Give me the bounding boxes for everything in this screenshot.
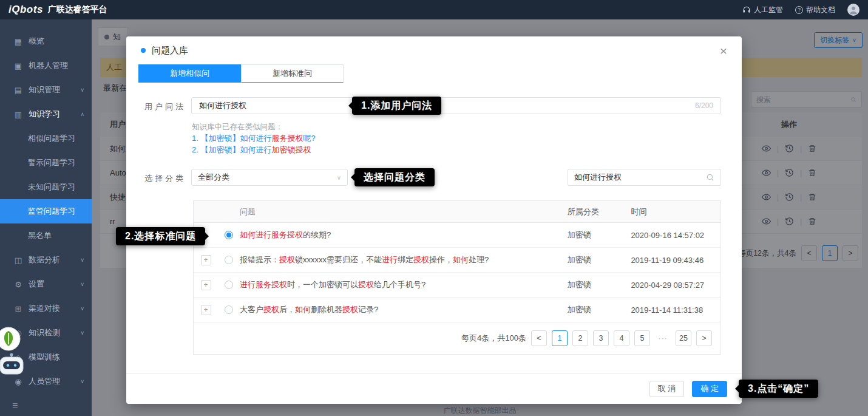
standard-question-row[interactable]: +进行服务授权时，一个加密锁可以授权给几个手机号?加密锁2020-04-29 0… bbox=[194, 273, 721, 298]
dialog-title: 问题入库 bbox=[152, 45, 188, 56]
row-radio[interactable] bbox=[225, 256, 233, 264]
time-cell: 2019-11-14 11:31:38 bbox=[631, 305, 721, 315]
radio-cell bbox=[218, 231, 240, 239]
collapse-menu-icon[interactable]: ≡ bbox=[12, 400, 18, 411]
expand-row-button[interactable]: + bbox=[201, 305, 211, 315]
text-segment: 2. 【加密锁】如何进行 bbox=[192, 145, 271, 154]
tab-add-similar-question[interactable]: 新增相似问 bbox=[138, 64, 241, 83]
category-cell: 加密锁 bbox=[568, 254, 631, 265]
col-question: 问题 bbox=[240, 206, 568, 217]
text-segment: 进行服务授权 bbox=[240, 280, 287, 289]
text-segment: 服务授权 bbox=[271, 134, 303, 143]
table-header-row: 问题 所属分类 时间 bbox=[194, 201, 721, 223]
row-radio[interactable] bbox=[225, 231, 233, 239]
text-segment: 授权 bbox=[279, 255, 295, 264]
sidebar-item-robot-management[interactable]: ▣机器人管理 bbox=[0, 53, 92, 78]
standard-question-row[interactable]: +大客户授权后，如何删除机器授权记录?加密锁2019-11-14 11:31:3… bbox=[194, 298, 721, 322]
sidebar-item-data-analysis[interactable]: ◫数据分析∨ bbox=[0, 248, 92, 272]
text-segment: 授权 bbox=[413, 255, 429, 264]
help-icon: ? bbox=[795, 6, 803, 14]
dialog-search-input[interactable]: 如何进行授权 bbox=[568, 169, 721, 186]
sidebar-item-knowledge-learning[interactable]: ▥知识学习∧ bbox=[0, 102, 92, 126]
sidebar-item-label: 渠道对接 bbox=[29, 303, 60, 314]
tab-add-standard-question[interactable]: 新增标准问 bbox=[241, 64, 344, 83]
expand-cell: + bbox=[194, 255, 218, 265]
standard-question-row[interactable]: +报错提示：授权锁xxxxxx需要归还，不能进行绑定授权操作，如何处理?加密锁2… bbox=[194, 248, 721, 273]
dialog-tabs: 新增相似问新增标准问 bbox=[138, 64, 344, 83]
chevron-down-icon: ∨ bbox=[80, 378, 84, 384]
time-cell: 2020-09-16 14:57:02 bbox=[631, 231, 721, 240]
sidebar-item-label: 知识检测 bbox=[29, 327, 60, 338]
user-question-input[interactable]: 如何进行授权 6/200 bbox=[191, 97, 721, 114]
similar-question-link-1[interactable]: 1. 【加密锁】如何进行服务授权呢? bbox=[192, 133, 316, 144]
sidebar-subitem-blacklist[interactable]: 黑名单 bbox=[0, 223, 92, 248]
category-cell: 加密锁 bbox=[568, 279, 631, 290]
category-select[interactable]: 全部分类 ∨ bbox=[191, 169, 348, 186]
pagination-summary: 每页4条，共100条 bbox=[461, 333, 526, 344]
text-segment: 加密锁授权 bbox=[271, 145, 311, 154]
prev-page-button[interactable]: < bbox=[531, 330, 547, 346]
app-logo: iQbots bbox=[8, 4, 43, 16]
learning-book-icon: ▥ bbox=[13, 110, 23, 119]
ellipsis-pages: ··· bbox=[655, 330, 671, 346]
next-page-button[interactable]: > bbox=[696, 330, 712, 346]
gear-icon: ⚙ bbox=[13, 280, 23, 289]
text-segment: 绑定 bbox=[398, 255, 413, 264]
page-1-button[interactable]: 1 bbox=[552, 330, 568, 346]
sidebar-item-knowledge-management[interactable]: ▤知识管理∨ bbox=[0, 78, 92, 102]
text-segment: 1. 【加密锁】如何进行 bbox=[192, 134, 271, 143]
expand-row-button[interactable]: + bbox=[201, 255, 211, 265]
question-store-dialog: 问题入库 × 新增相似问新增标准问 用户问法 如何进行授权 6/200 知识库中… bbox=[126, 36, 742, 404]
sidebar-subitem-supervised-question-learning[interactable]: 监管问题学习 bbox=[0, 199, 92, 223]
question-cell: 大客户授权后，如何删除机器授权记录? bbox=[240, 304, 568, 315]
cancel-button[interactable]: 取 消 bbox=[649, 381, 685, 397]
text-segment: 删除机器 bbox=[311, 305, 342, 314]
sidebar-subitem-warning-question-learning[interactable]: 警示问题学习 bbox=[0, 151, 92, 175]
page-5-button[interactable]: 5 bbox=[634, 330, 650, 346]
chevron-down-icon: ∨ bbox=[80, 330, 84, 336]
confirm-button[interactable]: 确 定 bbox=[692, 381, 727, 397]
sidebar-item-label: 机器人管理 bbox=[29, 60, 68, 71]
text-segment: 给几个手机号? bbox=[374, 280, 426, 289]
category-cell: 加密锁 bbox=[568, 304, 631, 315]
chevron-down-icon: ∨ bbox=[80, 305, 84, 312]
category-label: 选择分类 bbox=[144, 173, 186, 184]
row-radio[interactable] bbox=[225, 281, 233, 289]
radio-cell bbox=[218, 256, 240, 264]
sidebar-item-label: 知识管理 bbox=[29, 84, 60, 95]
callout-pick-category: 选择问题分类 bbox=[354, 168, 435, 186]
row-radio[interactable] bbox=[225, 305, 233, 314]
close-icon[interactable]: × bbox=[720, 44, 727, 57]
robot-mascot[interactable] bbox=[0, 351, 25, 378]
glodon-logo[interactable] bbox=[0, 327, 21, 351]
sidebar-item-label: 设置 bbox=[29, 279, 44, 290]
manual-monitor-link[interactable]: 人工监管 bbox=[742, 5, 783, 15]
sidebar-subitem-similar-question-learning[interactable]: 相似问题学习 bbox=[0, 126, 92, 151]
similar-question-link-2[interactable]: 2. 【加密锁】如何进行加密锁授权 bbox=[192, 145, 311, 155]
text-segment: 处理? bbox=[469, 255, 489, 264]
text-segment: 授权 bbox=[358, 280, 374, 289]
text-segment: 如何 bbox=[453, 255, 469, 264]
dialog-title-dot-icon bbox=[141, 48, 146, 53]
text-segment: 呢? bbox=[303, 134, 315, 143]
sidebar-item-settings[interactable]: ⚙设置∨ bbox=[0, 272, 92, 296]
text-segment: 锁xxxxxx需要归还，不能 bbox=[295, 255, 382, 264]
expand-cell: + bbox=[194, 305, 218, 315]
page-3-button[interactable]: 3 bbox=[593, 330, 609, 346]
expand-row-button[interactable]: + bbox=[201, 280, 211, 290]
text-segment: 的续期? bbox=[303, 230, 331, 239]
page-buttons: 12345···25 bbox=[552, 330, 691, 346]
page-4-button[interactable]: 4 bbox=[614, 330, 629, 346]
sidebar-item-overview[interactable]: ▦概览 bbox=[0, 29, 92, 53]
user-avatar[interactable] bbox=[847, 4, 860, 16]
page-2-button[interactable]: 2 bbox=[572, 330, 588, 346]
help-docs-link[interactable]: ? 帮助文档 bbox=[795, 5, 835, 15]
help-docs-label: 帮助文档 bbox=[806, 5, 835, 15]
standard-question-row[interactable]: 如何进行服务授权的续期?加密锁2020-09-16 14:57:02 bbox=[194, 223, 721, 248]
chevron-down-icon: ∨ bbox=[80, 257, 84, 263]
category-cell: 加密锁 bbox=[568, 230, 631, 240]
sidebar-item-channel-integration[interactable]: ⊞渠道对接∨ bbox=[0, 296, 92, 321]
page-25-button[interactable]: 25 bbox=[676, 330, 691, 346]
sidebar-subitem-unknown-question-learning[interactable]: 未知问题学习 bbox=[0, 175, 92, 199]
topbar-actions: 人工监管 ? 帮助文档 bbox=[742, 4, 860, 16]
